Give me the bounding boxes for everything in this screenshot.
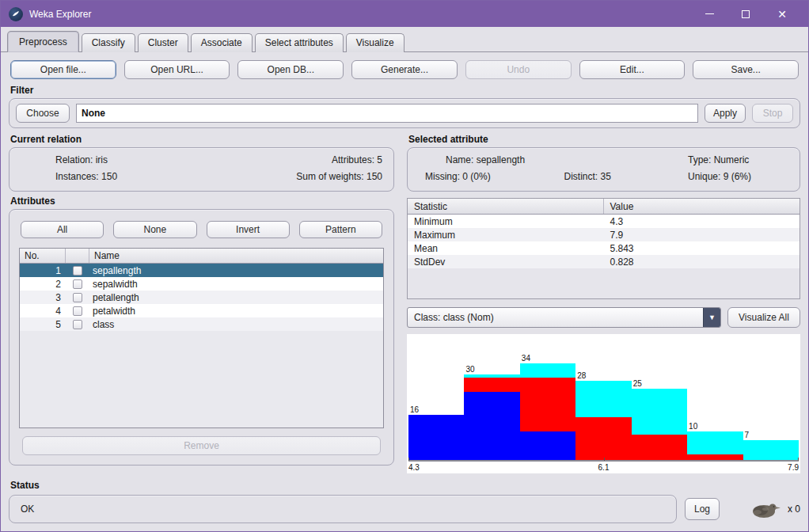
attribute-name: class bbox=[89, 319, 383, 330]
save-button[interactable]: Save... bbox=[693, 60, 799, 79]
histogram-segment-blue bbox=[520, 431, 575, 460]
attribute-name: petallength bbox=[89, 292, 383, 303]
x-tick-label-max: 7.9 bbox=[788, 463, 799, 472]
maximize-button[interactable] bbox=[727, 1, 764, 27]
visualize-all-button[interactable]: Visualize All bbox=[727, 307, 800, 328]
edit-button[interactable]: Edit... bbox=[579, 60, 686, 79]
log-button[interactable]: Log bbox=[685, 498, 720, 520]
histogram-segment-cyan bbox=[520, 363, 575, 378]
tab-associate[interactable]: Associate bbox=[191, 33, 253, 52]
filter-heading: Filter bbox=[10, 85, 799, 96]
column-header-statistic[interactable]: Statistic bbox=[408, 199, 604, 214]
stat-row-maximum: Maximum 7.9 bbox=[408, 228, 800, 241]
column-header-no[interactable]: No. bbox=[20, 249, 66, 263]
histogram-segment-cyan bbox=[632, 389, 687, 434]
tab-cluster[interactable]: Cluster bbox=[138, 33, 188, 52]
statistics-table-header: Statistic Value bbox=[408, 199, 800, 215]
column-header-value[interactable]: Value bbox=[604, 199, 800, 214]
current-relation-heading: Current relation bbox=[10, 134, 393, 145]
checkbox-class[interactable] bbox=[73, 320, 82, 329]
table-row-sepalwidth[interactable]: 2 sepalwidth bbox=[20, 277, 383, 291]
weka-app-icon bbox=[9, 7, 23, 21]
attribute-name-value: Name: sepallength bbox=[417, 154, 564, 169]
axis-tick bbox=[604, 458, 605, 461]
none-button[interactable]: None bbox=[113, 221, 196, 238]
histogram-bar-4.81-5.33: 30 bbox=[464, 365, 519, 460]
histogram-segment-red bbox=[575, 417, 631, 460]
x-tick-label-mid: 6.1 bbox=[598, 463, 610, 472]
checkbox-sepallength[interactable] bbox=[73, 266, 82, 276]
minimize-icon bbox=[705, 13, 714, 14]
bird-counter: x 0 bbox=[788, 504, 800, 515]
tab-classify[interactable]: Classify bbox=[82, 33, 135, 52]
bar-count-label: 16 bbox=[408, 405, 464, 415]
tab-bar: Preprocess Classify Cluster Associate Se… bbox=[1, 27, 808, 52]
open-file-button[interactable]: Open file... bbox=[10, 60, 116, 79]
histogram-bar-7.39-7.9: 7 bbox=[743, 431, 799, 460]
filter-value-field[interactable]: None bbox=[76, 104, 698, 123]
histogram-panel: 1630342825107 4.3 6.1 7.9 bbox=[407, 334, 800, 473]
stat-name: Minimum bbox=[408, 216, 604, 227]
checkbox-petallength[interactable] bbox=[73, 293, 82, 302]
tab-visualize[interactable]: Visualize bbox=[346, 33, 404, 52]
attributes-table: No. Name 1 sepallength 2 sepalwid bbox=[19, 248, 384, 428]
table-row-petalwidth[interactable]: 4 petalwidth bbox=[20, 304, 383, 317]
histogram-plot: 1630342825107 bbox=[408, 337, 799, 460]
row-number: 5 bbox=[20, 319, 66, 330]
invert-button[interactable]: Invert bbox=[207, 221, 290, 238]
tab-select-attributes[interactable]: Select attributes bbox=[255, 33, 344, 52]
table-row-sepallength[interactable]: 1 sepallength bbox=[20, 264, 383, 277]
column-header-checkbox[interactable] bbox=[66, 249, 89, 263]
attribute-distinct-value: Distinct: 35 bbox=[564, 171, 666, 185]
attribute-name: sepalwidth bbox=[89, 279, 383, 290]
instances-count: Instances: 150 bbox=[21, 171, 202, 185]
attributes-count: Attributes: 5 bbox=[202, 154, 383, 169]
pattern-button[interactable]: Pattern bbox=[299, 221, 382, 238]
tab-preprocess[interactable]: Preprocess bbox=[7, 31, 79, 52]
attributes-heading: Attributes bbox=[10, 196, 393, 207]
histogram-segment-blue bbox=[464, 392, 519, 460]
histogram-x-labels: 4.3 6.1 7.9 bbox=[408, 462, 799, 472]
bar-count-label: 25 bbox=[632, 379, 687, 389]
title-bar: Weka Explorer ✕ bbox=[1, 1, 808, 27]
file-toolbar: Open file... Open URL... Open DB... Gene… bbox=[10, 60, 799, 79]
histogram-bar-4.3-4.81: 16 bbox=[408, 405, 464, 460]
column-header-name[interactable]: Name bbox=[89, 249, 383, 263]
minimize-button[interactable] bbox=[691, 1, 727, 27]
selected-attribute-heading: Selected attribute bbox=[408, 134, 799, 145]
attribute-name: sepallength bbox=[89, 265, 383, 276]
status-heading: Status bbox=[10, 480, 799, 491]
class-combobox-value: Class: class (Nom) bbox=[408, 308, 703, 327]
apply-filter-button[interactable]: Apply bbox=[705, 104, 746, 123]
histogram-segment-red bbox=[687, 454, 743, 460]
histogram-segment-cyan bbox=[575, 381, 631, 418]
histogram-segment-red bbox=[520, 378, 575, 431]
choose-filter-button[interactable]: Choose bbox=[16, 104, 70, 123]
stat-value: 4.3 bbox=[604, 216, 800, 227]
open-url-button[interactable]: Open URL... bbox=[124, 60, 230, 79]
table-row-class[interactable]: 5 class bbox=[20, 317, 383, 331]
axis-tick bbox=[798, 458, 799, 461]
bar-count-label: 34 bbox=[520, 354, 575, 363]
stat-row-stddev: StdDev 0.828 bbox=[408, 255, 800, 268]
stat-value: 5.843 bbox=[604, 243, 800, 254]
open-db-button[interactable]: Open DB... bbox=[237, 60, 344, 79]
class-combobox[interactable]: Class: class (Nom) ▼ bbox=[407, 307, 721, 328]
preprocess-panel: Open file... Open URL... Open DB... Gene… bbox=[1, 52, 808, 531]
histogram-segment-cyan bbox=[687, 431, 743, 454]
attributes-table-header: No. Name bbox=[20, 249, 383, 264]
stat-row-mean: Mean 5.843 bbox=[408, 241, 800, 255]
stop-filter-button: Stop bbox=[752, 104, 793, 123]
stat-name: StdDev bbox=[408, 256, 604, 268]
close-button[interactable]: ✕ bbox=[764, 1, 800, 27]
checkbox-petalwidth[interactable] bbox=[73, 306, 82, 316]
table-row-petallength[interactable]: 3 petallength bbox=[20, 291, 383, 304]
relation-value: Relation: iris bbox=[21, 154, 202, 169]
row-number: 4 bbox=[20, 306, 66, 317]
checkbox-sepalwidth[interactable] bbox=[73, 279, 82, 289]
current-relation-panel: Relation: iris Attributes: 5 Instances: … bbox=[9, 147, 394, 192]
all-button[interactable]: All bbox=[21, 221, 104, 238]
generate-button[interactable]: Generate... bbox=[351, 60, 458, 79]
chevron-down-icon[interactable]: ▼ bbox=[703, 308, 720, 327]
bar-count-label: 28 bbox=[575, 371, 631, 381]
